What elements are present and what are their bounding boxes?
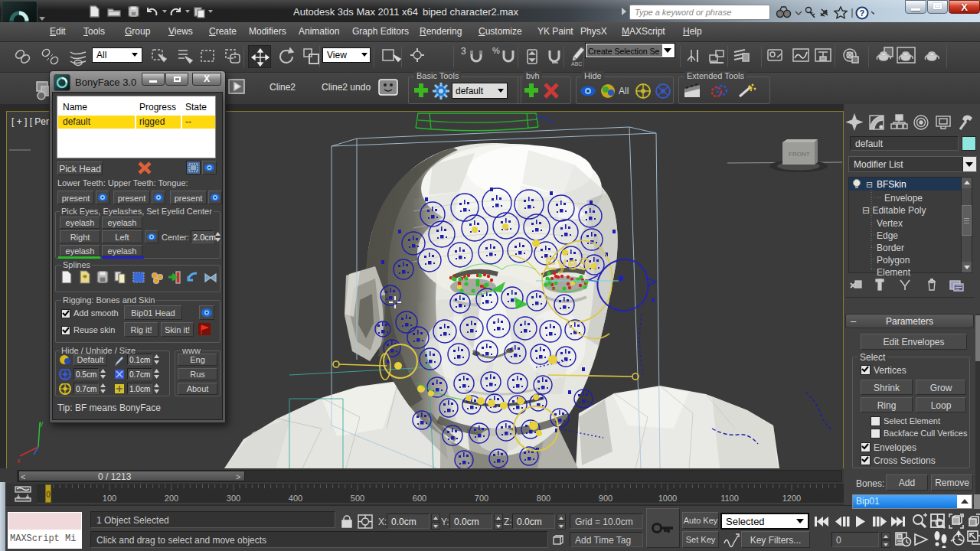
svg-text:ABC: ABC xyxy=(571,61,582,67)
svg-text:x: x xyxy=(17,457,21,465)
svg-text:EyeS: EyeS xyxy=(545,254,592,273)
svg-text:FRONT: FRONT xyxy=(789,151,810,158)
svg-text:?: ? xyxy=(860,8,865,18)
svg-text:y: y xyxy=(40,419,44,427)
